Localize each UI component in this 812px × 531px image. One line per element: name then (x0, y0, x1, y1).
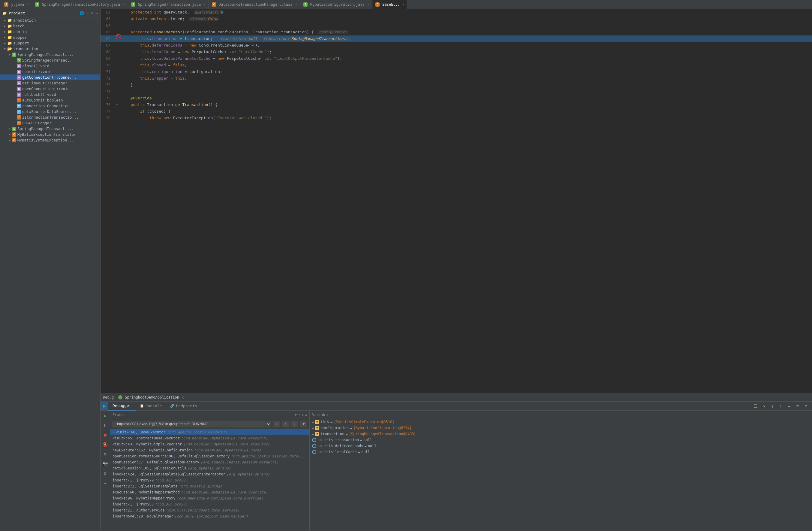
sidebar-item-openconnection[interactable]: m openConnection():void (0, 86, 100, 92)
sidebar-action-sort[interactable]: ⇅ (86, 11, 88, 15)
project-sidebar: 📁 Project 🌐 ⇅ ⚙ — ▶ 📁 annotation ▶ 📁 bat… (0, 9, 101, 531)
frame-item-insert-proxy83[interactable]: insert:-1, $Proxy83 (com.sun.proxy) (110, 501, 309, 507)
debug-wand-side-btn[interactable]: ✦ (101, 479, 109, 487)
frame-item-getsqlsession[interactable]: getSqlSession:105, SqlSessionUtils (org.… (110, 465, 309, 471)
sidebar-item-autocommit[interactable]: f autoCommit:boolean (0, 97, 100, 103)
sidebar-item-transaction[interactable]: ▼ 📂 transaction (0, 46, 100, 52)
frame-item-insert21[interactable]: insert:21, AuthorService (com.mljk.sprin… (110, 507, 309, 513)
thread-up-btn[interactable]: ↑ (282, 421, 289, 428)
tree-arrow-icon: ▶ (2, 36, 7, 39)
frame-item-insert-proxy79[interactable]: insert:-1, $Proxy79 (com.sun.proxy) (110, 477, 309, 483)
debug-pause-side-btn[interactable]: ⏸ (101, 421, 109, 429)
code-view[interactable]: 62 protected int queryStack; queryStack:… (101, 9, 812, 393)
var-item-configuration[interactable]: ▶ ≡ configuration = {MybatisConfiguratio… (310, 425, 812, 431)
frame-item-init43[interactable]: <init>:43, MybatisSimpleExecutor (com.ba… (110, 441, 309, 447)
sidebar-item-config[interactable]: ▶ 📁 config (0, 29, 100, 34)
var-item-this[interactable]: ▶ ≡ this = {MybatisSimpleExecutor@8510} (310, 419, 812, 425)
frame-item-opensession57[interactable]: openSession:57, DefaultSqlSessionFactory… (110, 459, 309, 465)
tab-y-java[interactable]: J y.java × (1, 0, 32, 9)
sidebar-item-support[interactable]: ▶ 📁 support (0, 40, 100, 46)
sidebar-item-datasource[interactable]: f dataSource:DataSource... (0, 109, 100, 114)
debug-session-close[interactable]: × (182, 395, 184, 400)
line-content: this.localCache = new PerpetualCache( id… (120, 48, 812, 55)
frames-filter-icon[interactable]: ▼ (295, 413, 297, 417)
debug-resume-btn[interactable]: ▶ (101, 402, 108, 410)
line-content: public Transaction getTransaction() { (120, 101, 812, 108)
frame-item-insertnovel[interactable]: insertNovel:28, NovelManager (com.mljk.s… (110, 513, 309, 519)
tab-mybatis-config[interactable]: S MybatisConfiguration.java × (300, 0, 372, 9)
frames-list[interactable]: ✓ <init>:66, BaseExecutor (org.apache.ib… (110, 429, 309, 531)
debug-settings2-side-btn[interactable]: ⚙ (101, 450, 109, 458)
debug-settings-btn[interactable]: ⚙ (802, 403, 810, 410)
thread-add-btn[interactable]: + (273, 421, 280, 428)
debug-mute-side-btn[interactable]: 🔕 (101, 441, 109, 448)
sidebar-item-mybatis-system[interactable]: ▶ C MyBatisSystemException... (0, 137, 100, 143)
frames-down-icon[interactable]: ↓ (302, 413, 304, 417)
tab-close-icon[interactable]: × (367, 2, 369, 6)
frame-item-invoke424[interactable]: invoke:424, SqlSessionTemplate$SqlSessio… (110, 471, 309, 477)
sidebar-item-connection[interactable]: f connection:Connection (0, 103, 100, 109)
code-line-77: 77 if (closed) { (101, 108, 812, 115)
sidebar-item-rollback[interactable]: m rollback():void (0, 92, 100, 97)
tab-close-icon[interactable]: × (123, 2, 125, 6)
debug-stop-side-btn[interactable]: ■ (101, 431, 109, 439)
tab-close-icon[interactable]: × (203, 2, 205, 6)
frame-item-init66[interactable]: ✓ <init>:66, BaseExecutor (org.apache.ib… (110, 429, 309, 435)
tab-spring-factory[interactable]: S SpringManagedTransactionFactory.java × (32, 0, 128, 9)
var-item-transaction[interactable]: ▶ ≡ transaction = {SpringManagedTransact… (310, 431, 812, 437)
sidebar-item-gettimeout[interactable]: m getTimeout():Integer (0, 80, 100, 86)
tab-spring-transaction[interactable]: S SpringManagedTransaction.java × (128, 0, 209, 9)
tab-close-icon[interactable]: × (402, 2, 405, 6)
frame-item-init45[interactable]: <init>:45, AbstractBaseExecutor (com.bao… (110, 435, 309, 441)
debug-step-out-btn[interactable]: ↑ (777, 403, 784, 410)
sidebar-action-settings[interactable]: ⚙ (91, 11, 93, 15)
frame-item-execute60[interactable]: execute:60, MybatisMapperMethod (com.bao… (110, 489, 309, 495)
var-expand-icon[interactable]: ▶ (312, 433, 314, 436)
frame-item-newexecutor[interactable]: newExecutor:162, MybatisConfiguration (c… (110, 447, 309, 453)
frame-item-opensession96[interactable]: openSessionFromDataSource:96, DefaultSql… (110, 453, 309, 459)
sidebar-action-minus[interactable]: — (96, 11, 98, 15)
var-expand-icon[interactable]: ▶ (312, 420, 314, 424)
sidebar-item-annotation[interactable]: ▶ 📁 annotation (0, 17, 100, 23)
tab-debugger[interactable]: Debugger (108, 402, 136, 410)
sidebar-item-spring-managed2[interactable]: ▶ S SpringManagedTransacti... (0, 126, 100, 131)
sidebar-item-isconnection[interactable]: f isConnectionTransactio... (0, 114, 100, 120)
breakpoint-indicator[interactable]: 🚫 (116, 36, 118, 39)
sidebar-action-globe[interactable]: 🌐 (79, 11, 84, 15)
debug-step-into-btn[interactable]: ↓ (769, 403, 776, 410)
sidebar-item-spring-transac-class[interactable]: S SpringManagedTransac... (0, 57, 100, 63)
tab-close-icon[interactable]: × (27, 2, 29, 6)
debug-evaluate-btn[interactable]: ≡ (794, 403, 801, 410)
sidebar-item-logger[interactable]: f LOGGER:Logger (0, 120, 100, 126)
sidebar-item-spring-managed[interactable]: ▼ S SpringManagedTransacti... (0, 52, 100, 57)
sidebar-item-getconnection[interactable]: m getConnection():Conne... (0, 74, 100, 80)
tab-base-executor[interactable]: J BaseE... × (372, 0, 407, 9)
frames-up-icon[interactable]: ↑ (298, 413, 300, 417)
frame-item-invoke96[interactable]: invoke:96, MybatisMapperProxy (com.baomi… (110, 495, 309, 501)
debug-step-over-btn[interactable]: ↷ (760, 403, 768, 410)
tab-close-icon[interactable]: × (295, 2, 297, 6)
debug-camera-side-btn[interactable]: 📷 (101, 460, 109, 467)
var-expand-icon[interactable]: ▶ (312, 427, 314, 430)
sidebar-item-close[interactable]: m close():void (0, 63, 100, 69)
frame-item-insert272[interactable]: insert:272, SqlSessionTemplate (org.myba… (110, 483, 309, 489)
sidebar-item-mapper[interactable]: ▶ 📁 mapper (0, 34, 100, 40)
thread-dropdown[interactable]: "http-nio-8081-exec-1"@7,708 in group "m… (113, 421, 271, 428)
tree-arrow-icon: ▼ (2, 47, 7, 51)
editor-area: 62 protected int queryStack; queryStack:… (101, 9, 812, 531)
var-circle-icon (312, 450, 316, 454)
sidebar-item-commit[interactable]: m commit():void (0, 69, 100, 74)
debug-resume-side-btn[interactable]: ▶ (101, 412, 109, 420)
frames-sort-icon[interactable]: ⊞ (305, 413, 307, 417)
tab-endpoints[interactable]: 🔗 Endpoints (166, 402, 201, 410)
debug-show-frames-btn[interactable]: ☰ (752, 403, 759, 410)
debug-gear-side-btn[interactable]: ⚙ (101, 470, 109, 477)
thread-filter-btn[interactable]: ▼ (300, 421, 307, 428)
thread-down-btn[interactable]: ↓ (291, 421, 298, 428)
sidebar-item-batch[interactable]: ▶ 📁 batch (0, 23, 100, 29)
sidebar-item-mybatis-exception[interactable]: ▶ C MyBatisExceptionTranslator (0, 131, 100, 137)
tab-datasource-manager[interactable]: C DataSourceTransactionManager.class × (209, 0, 300, 9)
tree-label: MyBatisExceptionTranslator (17, 132, 76, 137)
debug-run-to-cursor-btn[interactable]: ⇥ (786, 403, 793, 410)
tab-console[interactable]: 📋 Console (136, 402, 166, 410)
